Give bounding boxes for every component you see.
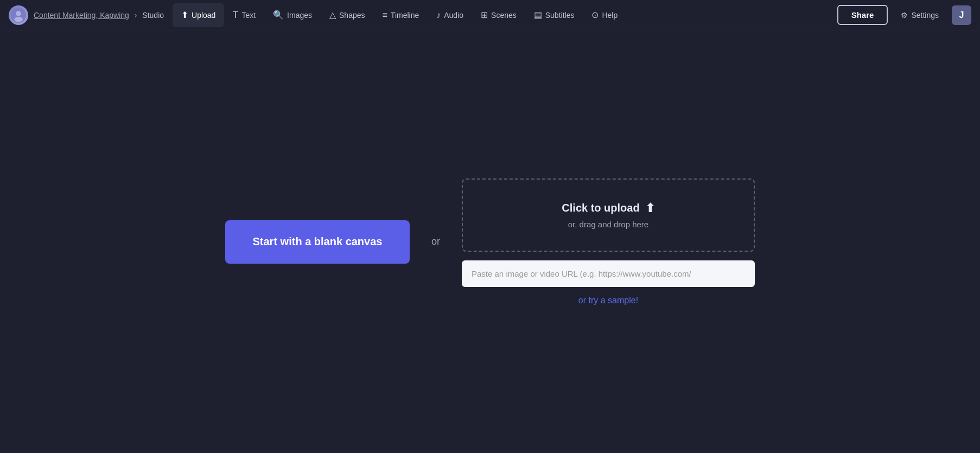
main-content: Start with a blank canvas or Click to up…	[0, 30, 980, 453]
breadcrumb-current: Studio	[142, 11, 164, 20]
or-divider: or	[431, 236, 440, 247]
top-navigation: Content Marketing, Kapwing › Studio ⬆ Up…	[0, 0, 980, 30]
user-avatar[interactable]: J	[952, 5, 971, 25]
toolbar-images-button[interactable]: 🔍 Images	[264, 3, 321, 27]
breadcrumb: Content Marketing, Kapwing › Studio	[34, 11, 164, 20]
settings-gear-icon: ⚙	[901, 11, 908, 20]
share-button[interactable]: Share	[837, 5, 888, 25]
toolbar-timeline-button[interactable]: ≡ Timeline	[374, 3, 428, 27]
audio-icon: ♪	[436, 10, 441, 20]
workspace-avatar	[9, 5, 28, 25]
text-icon: 𝖳	[233, 10, 238, 20]
timeline-icon: ≡	[383, 10, 387, 20]
try-sample-link[interactable]: or try a sample!	[462, 296, 755, 305]
upload-icon: ⬆	[181, 10, 188, 20]
upload-drop-zone[interactable]: Click to upload ⬆ or, drag and drop here	[462, 178, 755, 252]
upload-title: Click to upload ⬆	[474, 201, 743, 215]
toolbar-help-button[interactable]: ⊙ Help	[583, 3, 626, 27]
toolbar-shapes-button[interactable]: △ Shapes	[321, 3, 373, 27]
upload-subtitle: or, drag and drop here	[474, 220, 743, 229]
help-icon: ⊙	[591, 10, 599, 20]
toolbar-subtitles-button[interactable]: ▤ Subtitles	[525, 3, 583, 27]
url-input[interactable]	[462, 260, 755, 287]
scenes-icon: ⊞	[481, 10, 488, 20]
toolbar-audio-button[interactable]: ♪ Audio	[428, 3, 472, 27]
upload-section: Click to upload ⬆ or, drag and drop here…	[462, 178, 755, 305]
shapes-icon: △	[329, 10, 336, 20]
breadcrumb-separator: ›	[135, 11, 137, 20]
toolbar-upload-button[interactable]: ⬆ Upload	[173, 3, 224, 27]
images-icon: 🔍	[273, 10, 284, 20]
blank-canvas-button[interactable]: Start with a blank canvas	[225, 220, 410, 264]
center-container: Start with a blank canvas or Click to up…	[225, 178, 755, 305]
logo-area: Content Marketing, Kapwing › Studio	[9, 5, 164, 25]
toolbar: ⬆ Upload 𝖳 Text 🔍 Images △ Shapes ≡ Time…	[173, 3, 837, 27]
upload-arrow-icon: ⬆	[645, 201, 655, 215]
toolbar-scenes-button[interactable]: ⊞ Scenes	[472, 3, 525, 27]
right-actions: Share ⚙ Settings J	[837, 5, 971, 25]
toolbar-text-button[interactable]: 𝖳 Text	[224, 3, 264, 27]
subtitles-icon: ▤	[534, 10, 542, 20]
settings-button[interactable]: ⚙ Settings	[894, 7, 945, 24]
breadcrumb-parent[interactable]: Content Marketing, Kapwing	[34, 11, 129, 20]
svg-point-2	[14, 17, 23, 22]
svg-point-1	[16, 11, 21, 16]
